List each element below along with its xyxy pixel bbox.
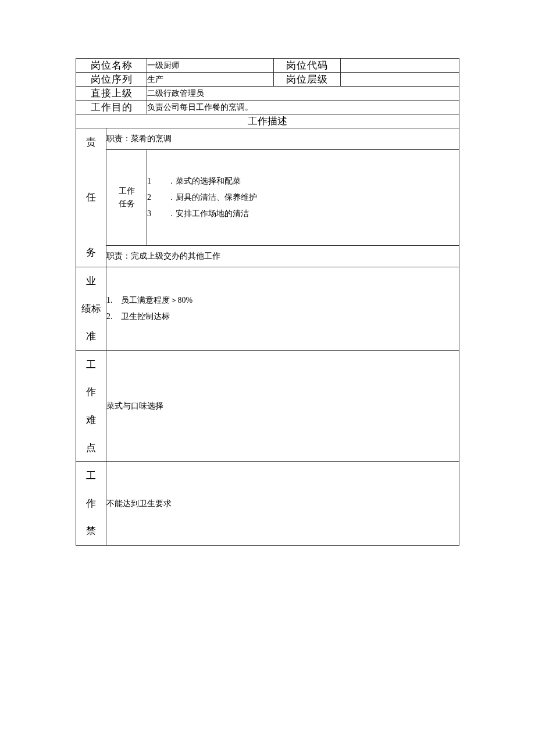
duty1-text: 职责：菜肴的烹调	[106, 128, 459, 150]
task-label-line1: 工作	[119, 187, 135, 195]
position-level-value	[341, 73, 459, 87]
row-performance: 业 绩标 准 1. 员工满意程度＞80% 2. 卫生控制达标	[76, 267, 459, 350]
row-position-name: 岗位名称 一级厨师 岗位代码	[76, 59, 459, 73]
performance-label: 业 绩标 准	[76, 267, 106, 350]
resp-char2: 任	[86, 192, 96, 203]
task-text-2: ．厨具的清洁、保养维护	[167, 189, 257, 206]
section-title: 工作描述	[76, 114, 459, 128]
task-text-3: ．安排工作场地的清洁	[167, 206, 249, 222]
diff-char4: 点	[86, 442, 96, 453]
forbidden-label: 工 作 禁	[76, 462, 106, 546]
purpose-label: 工作目的	[76, 101, 147, 114]
diff-char1: 工	[86, 359, 96, 370]
supervisor-value: 二级行政管理员	[147, 87, 459, 101]
duty2-text: 职责：完成上级交办的其他工作	[106, 246, 459, 267]
task-content: 1 ．菜式的选择和配菜 2 ．厨具的清洁、保养维护 3 ．安排工作场地的清洁	[147, 149, 459, 245]
row-forbidden: 工 作 禁 不能达到卫生要求	[76, 462, 459, 546]
position-code-label: 岗位代码	[274, 59, 341, 73]
task-num-3: 3	[147, 206, 153, 222]
difficulty-label: 工 作 难 点	[76, 350, 106, 461]
task-label-line2: 任务	[119, 199, 135, 208]
difficulty-value: 菜式与口味选择	[106, 350, 459, 461]
row-duty1: 责 任 务 职责：菜肴的烹调	[76, 128, 459, 150]
resp-char1: 责	[86, 137, 96, 148]
task-num-2: 2	[147, 189, 153, 206]
row-duty2: 职责：完成上级交办的其他工作	[76, 246, 459, 267]
perf-line2-num: 2.	[106, 312, 113, 321]
purpose-value: 负责公司每日工作餐的烹调。	[147, 101, 459, 114]
forb-char2: 作	[86, 498, 96, 509]
position-code-value	[341, 59, 459, 73]
task-label: 工作 任务	[106, 149, 147, 245]
diff-char2: 作	[86, 386, 96, 397]
perf-line2-text: 卫生控制达标	[121, 312, 170, 321]
row-difficulty: 工 作 难 点 菜式与口味选择	[76, 350, 459, 461]
forbidden-value: 不能达到卫生要求	[106, 462, 459, 546]
perf-line1-num: 1.	[106, 296, 113, 304]
perf-char2: 绩标	[81, 303, 101, 314]
row-purpose: 工作目的 负责公司每日工作餐的烹调。	[76, 101, 459, 114]
perf-char3: 准	[86, 331, 96, 342]
perf-line1-text: 员工满意程度＞80%	[121, 296, 193, 304]
performance-content: 1. 员工满意程度＞80% 2. 卫生控制达标	[106, 267, 459, 350]
row-supervisor: 直接上级 二级行政管理员	[76, 87, 459, 101]
position-series-value: 生产	[147, 73, 274, 87]
position-level-label: 岗位层级	[274, 73, 341, 87]
diff-char3: 难	[86, 414, 96, 425]
job-description-table: 岗位名称 一级厨师 岗位代码 岗位序列 生产 岗位层级 直接上级 二级行政管理员…	[76, 58, 459, 546]
position-name-label: 岗位名称	[76, 59, 147, 73]
row-section-title: 工作描述	[76, 114, 459, 128]
responsibility-label: 责 任 务	[76, 128, 106, 267]
forb-char1: 工	[86, 470, 96, 481]
row-tasks: 工作 任务 1 ．菜式的选择和配菜 2 ．厨具的清洁、保养维护 3 ．安排工作场…	[76, 149, 459, 245]
position-series-label: 岗位序列	[76, 73, 147, 87]
row-position-series: 岗位序列 生产 岗位层级	[76, 73, 459, 87]
forb-char3: 禁	[86, 525, 96, 536]
task-num-1: 1	[147, 173, 153, 189]
resp-char3: 务	[86, 247, 96, 258]
perf-char1: 业	[86, 275, 96, 286]
task-text-1: ．菜式的选择和配菜	[167, 173, 241, 189]
position-name-value: 一级厨师	[147, 59, 274, 73]
supervisor-label: 直接上级	[76, 87, 147, 101]
